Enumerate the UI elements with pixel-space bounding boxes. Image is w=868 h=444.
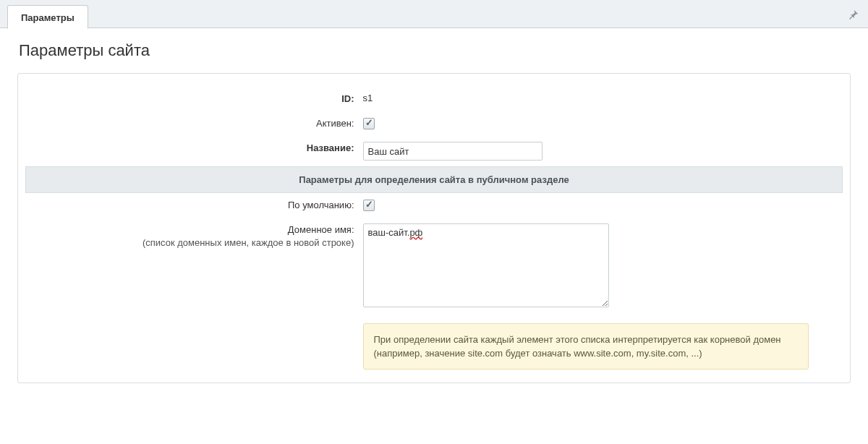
name-input[interactable] — [363, 142, 542, 161]
row-default: По умолчанию: — [26, 193, 843, 218]
row-id: ID: s1 — [26, 87, 843, 111]
section-public-heading: Параметры для определения сайта в публич… — [26, 167, 843, 193]
domain-hint: При определении сайта каждый элемент это… — [363, 323, 809, 370]
active-label: Активен: — [26, 111, 359, 136]
default-label: По умолчанию: — [26, 193, 359, 218]
row-active: Активен: — [26, 111, 843, 136]
tab-parameters[interactable]: Параметры — [7, 5, 88, 29]
domain-textarea[interactable]: ваш-сайт.рф — [363, 223, 609, 307]
row-name: Название: — [26, 136, 843, 167]
default-checkbox[interactable] — [363, 200, 375, 211]
settings-panel: ID: s1 Активен: Название: Параметры для … — [17, 73, 851, 383]
domain-label: Доменное имя: — [288, 224, 354, 235]
tab-bar: Параметры — [0, 0, 868, 28]
id-label: ID: — [26, 87, 359, 111]
section-public-label: Параметры для определения сайта в публич… — [26, 167, 843, 193]
name-label: Название: — [26, 136, 359, 167]
pin-icon[interactable] — [848, 9, 859, 20]
domain-sublabel: (список доменных имен, каждое в новой ст… — [30, 236, 354, 249]
id-value: s1 — [359, 87, 843, 111]
active-checkbox[interactable] — [363, 118, 375, 129]
content-area: Параметры сайта ID: s1 Активен: Название… — [0, 28, 868, 444]
settings-form: ID: s1 Активен: Название: Параметры для … — [25, 87, 843, 375]
page-title: Параметры сайта — [19, 41, 851, 60]
row-domain: Доменное имя: (список доменных имен, каж… — [26, 218, 843, 375]
